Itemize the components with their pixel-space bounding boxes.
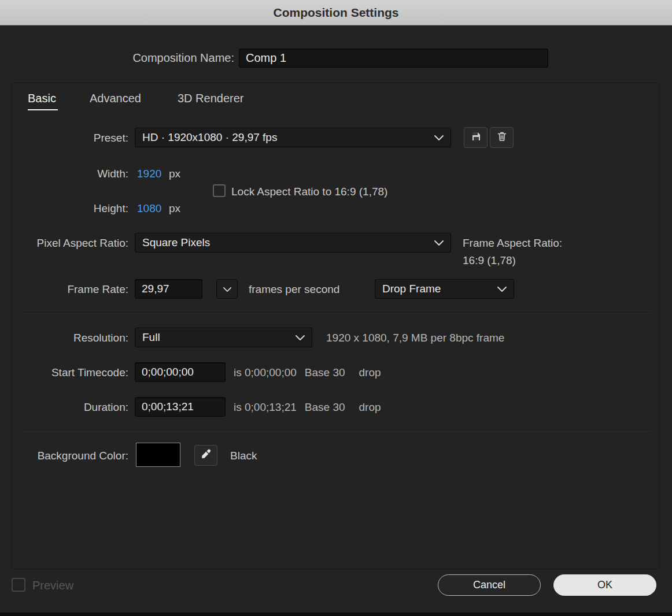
save-preset-button[interactable] (464, 127, 488, 148)
start-timecode-input[interactable] (135, 362, 226, 382)
width-unit: px (169, 168, 180, 180)
cancel-button[interactable]: Cancel (438, 574, 541, 596)
frame-rate-input[interactable] (135, 279, 202, 299)
ok-button[interactable]: OK (553, 574, 656, 596)
settings-panel (12, 83, 659, 569)
preset-label: Preset: (0, 132, 128, 144)
delete-preset-button[interactable] (490, 127, 514, 148)
resolution-info: 1920 x 1080, 7,9 MB per 8bpc frame (326, 332, 504, 344)
pixel-aspect-ratio-dropdown[interactable]: Square Pixels (135, 233, 451, 253)
height-unit: px (169, 202, 180, 215)
frame-rate-unit-label: frames per second (249, 283, 339, 296)
duration-drop-text: drop (359, 401, 381, 414)
chevron-down-icon (434, 135, 444, 140)
background-color-swatch[interactable] (136, 443, 180, 467)
preset-dropdown[interactable]: HD · 1920x1080 · 29,97 fps (135, 128, 451, 147)
dialog-title: Composition Settings (274, 6, 399, 20)
resolution-value: Full (142, 331, 160, 344)
background-color-label: Background Color: (0, 450, 128, 462)
start-timecode-label: Start Timecode: (0, 366, 128, 379)
frame-rate-preset-button[interactable] (216, 279, 238, 299)
composition-name-input[interactable] (239, 49, 548, 68)
section-divider (21, 312, 651, 313)
chevron-down-icon (434, 240, 444, 246)
frame-aspect-ratio-label: Frame Aspect Ratio: (463, 235, 562, 252)
tab-3d-renderer[interactable]: 3D Renderer (178, 92, 244, 105)
pixel-aspect-ratio-value: Square Pixels (142, 236, 210, 249)
window-bottom-edge (0, 613, 672, 616)
eyedropper-icon (200, 448, 212, 462)
duration-is-text: is 0;00;13;21 (234, 401, 297, 414)
resolution-dropdown[interactable]: Full (135, 328, 312, 347)
width-label: Width: (0, 168, 128, 180)
dialog-titlebar[interactable]: Composition Settings (0, 0, 672, 25)
lock-aspect-ratio-label: Lock Aspect Ratio to 16:9 (1,78) (231, 185, 387, 198)
tab-basic[interactable]: Basic (28, 92, 56, 105)
section-divider (21, 430, 651, 431)
chevron-down-icon (223, 284, 231, 294)
frame-aspect-ratio-value: 16:9 (1,78) (463, 252, 562, 269)
resolution-label: Resolution: (0, 332, 128, 344)
background-color-name: Black (230, 450, 257, 462)
ok-button-label: OK (597, 579, 612, 591)
frame-rate-label: Frame Rate: (0, 283, 128, 296)
lock-aspect-ratio-checkbox[interactable] (213, 184, 226, 197)
pixel-aspect-ratio-label: Pixel Aspect Ratio: (0, 237, 128, 250)
preview-label: Preview (32, 579, 73, 592)
tab-advanced[interactable]: Advanced (90, 92, 141, 105)
cancel-button-label: Cancel (473, 579, 505, 591)
start-timecode-drop-text: drop (359, 366, 381, 379)
start-timecode-base-text: Base 30 (305, 366, 345, 379)
trash-icon (496, 131, 508, 144)
chevron-down-icon (296, 335, 305, 340)
height-label: Height: (0, 202, 128, 215)
active-tab-underline (28, 109, 58, 110)
eyedropper-button[interactable] (194, 445, 217, 466)
timecode-style-dropdown[interactable]: Drop Frame (375, 279, 514, 299)
composition-name-label: Composition Name: (0, 51, 234, 65)
height-value[interactable]: 1080 (137, 202, 161, 215)
save-preset-icon (470, 131, 482, 144)
preview-checkbox[interactable] (12, 578, 25, 592)
duration-label: Duration: (0, 401, 128, 414)
duration-base-text: Base 30 (305, 401, 345, 414)
width-value[interactable]: 1920 (137, 168, 161, 180)
timecode-style-value: Drop Frame (382, 283, 441, 295)
chevron-down-icon (497, 287, 507, 292)
composition-settings-dialog: Composition Settings Composition Name: B… (0, 0, 672, 616)
duration-input[interactable] (135, 397, 226, 417)
preset-value: HD · 1920x1080 · 29,97 fps (142, 131, 277, 144)
start-timecode-is-text: is 0;00;00;00 (234, 366, 297, 379)
